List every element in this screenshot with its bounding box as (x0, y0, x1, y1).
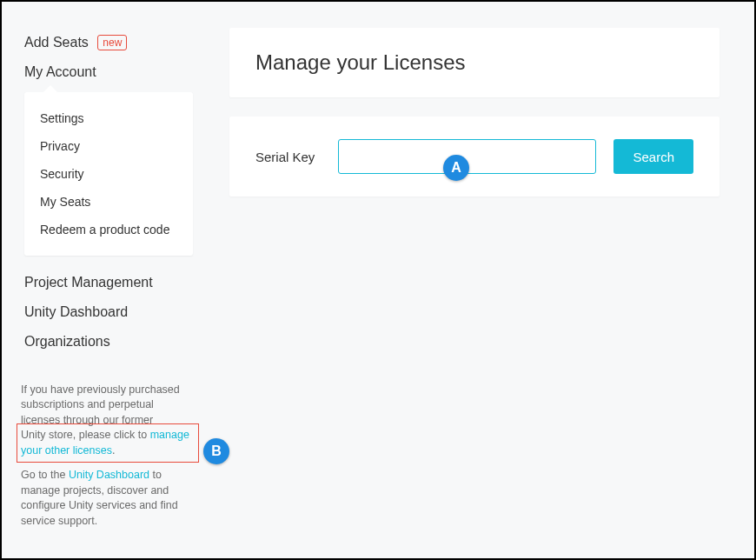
nav-organizations[interactable]: Organizations (24, 327, 193, 357)
nav-project-management[interactable]: Project Management (24, 268, 193, 297)
submenu-redeem[interactable]: Redeem a product code (40, 216, 177, 243)
main-content: Manage your Licenses Serial Key Search (210, 2, 754, 558)
submenu-my-seats[interactable]: My Seats (40, 188, 177, 216)
sidebar: Add Seats new My Account Settings Privac… (2, 2, 210, 558)
nav-my-account[interactable]: My Account (24, 57, 193, 87)
info-text-1a: If you have previously purchased subscri… (21, 383, 180, 426)
submenu-privacy[interactable]: Privacy (40, 132, 177, 160)
nav-add-seats-label: Add Seats (24, 35, 89, 50)
nav-unity-dashboard[interactable]: Unity Dashboard (24, 297, 193, 327)
highlight-box: Unity store, please click to manage your… (17, 423, 199, 463)
nav-add-seats[interactable]: Add Seats new (24, 28, 193, 57)
page-title: Manage your Licenses (255, 50, 693, 75)
submenu-security[interactable]: Security (40, 160, 177, 188)
info-text-2a: Go to the (21, 469, 69, 481)
serial-key-input[interactable] (338, 139, 596, 174)
search-button[interactable]: Search (613, 139, 693, 174)
my-account-submenu: Settings Privacy Security My Seats Redee… (24, 92, 193, 256)
info-text-1c: . (112, 444, 115, 457)
search-card: Serial Key Search (229, 117, 720, 197)
info-text-1b: Unity store, please click to (21, 429, 150, 441)
link-unity-dashboard[interactable]: Unity Dashboard (69, 469, 149, 481)
serial-key-label: Serial Key (255, 150, 321, 164)
title-card: Manage your Licenses (229, 28, 720, 97)
sidebar-info: If you have previously purchased subscri… (21, 383, 195, 542)
new-badge: new (97, 35, 127, 50)
nav-my-account-label: My Account (24, 64, 96, 79)
submenu-settings[interactable]: Settings (40, 104, 177, 132)
